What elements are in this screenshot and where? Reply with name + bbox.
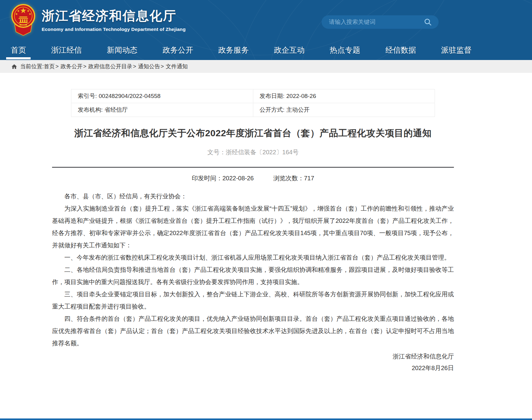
search-box <box>322 15 439 29</box>
main-nav: 首页浙江经信新闻动态政务公开政务服务政企互动热点专题经信数据派驻监督 <box>11 40 472 60</box>
document-meta-table: 索引号:002482904/2022-04558发布日期:2022-08-26发… <box>71 89 435 117</box>
breadcrumb-separator: > <box>83 63 87 69</box>
breadcrumb-prefix: 当前位置: <box>20 63 44 70</box>
meta-value: 2022-08-26 <box>286 93 316 99</box>
breadcrumb: 当前位置: 首页>政务公开>政府信息公开目录>通知公告>文件通知 <box>0 60 532 73</box>
meta-label: 索引号: <box>78 93 97 99</box>
meta-table-row: 索引号:002482904/2022-04558发布日期:2022-08-26 <box>71 89 435 103</box>
document-title: 浙江省经济和信息化厅关于公布2022年度浙江省首台（套）产品工程化攻关项目的通知 <box>52 127 454 140</box>
meta-value: 省经信厅 <box>104 107 128 113</box>
meta-label: 发布日期: <box>260 93 285 99</box>
body-paragraph: 各市、县（市、区）经信局，有关行业协会： <box>52 190 454 202</box>
publish-info-row: 印发时间：2022-08-26 浏览次数：717 <box>52 174 454 182</box>
body-paragraph: 三、项目牵头企业要锚定项目目标，加大创新投入，整合产业链上下游企业、高校、科研院… <box>52 288 454 313</box>
nav-item-浙江经信[interactable]: 浙江经信 <box>51 40 82 60</box>
search-input[interactable] <box>329 19 423 25</box>
article: 索引号:002482904/2022-04558发布日期:2022-08-26发… <box>52 89 454 374</box>
search-icon <box>424 18 432 26</box>
breadcrumb-item[interactable]: 政务公开 <box>61 63 83 69</box>
meta-cell: 索引号:002482904/2022-04558 <box>71 89 253 103</box>
national-emblem-logo <box>11 3 36 37</box>
nav-item-政企互动[interactable]: 政企互动 <box>274 40 304 60</box>
signature-org: 浙江省经济和信息化厅 <box>52 351 454 362</box>
site-header: 浙江省经济和信息化厅 Economy and Information Techn… <box>0 0 532 60</box>
breadcrumb-item[interactable]: 首页 <box>44 63 55 69</box>
meta-label: 发布机构: <box>78 107 103 113</box>
nav-item-政务服务[interactable]: 政务服务 <box>218 40 249 60</box>
breadcrumb-separator: > <box>161 63 164 69</box>
site-subtitle: Economy and Information Technology Depar… <box>42 27 186 32</box>
signature-block: 浙江省经济和信息化厅 2022年8月26日 <box>52 351 454 374</box>
meta-value: 主动公开 <box>286 107 310 113</box>
header-top: 浙江省经济和信息化厅 Economy and Information Techn… <box>0 0 532 39</box>
nav-item-经信数据[interactable]: 经信数据 <box>385 40 416 60</box>
document-number-label: 文号： <box>207 149 226 156</box>
document-number-value: 浙经信装备〔2022〕164号 <box>226 149 299 156</box>
body-paragraph: 一、今年发布的浙江省数控机床工程化攻关项目计划、浙江省机器人应用场景工程化攻关项… <box>52 251 454 264</box>
site-title: 浙江省经济和信息化厅 <box>42 7 186 24</box>
site-identity: 浙江省经济和信息化厅 Economy and Information Techn… <box>42 7 186 32</box>
meta-value: 002482904/2022-04558 <box>99 93 160 99</box>
view-count: 浏览次数：717 <box>273 174 314 182</box>
breadcrumb-trail: 首页>政务公开>政府信息公开目录>通知公告>文件通知 <box>44 63 188 70</box>
breadcrumb-separator: > <box>55 63 59 69</box>
breadcrumb-item[interactable]: 文件通知 <box>166 63 188 69</box>
nav-item-首页[interactable]: 首页 <box>11 40 26 60</box>
nav-item-派驻监督[interactable]: 派驻监督 <box>441 40 472 60</box>
meta-label: 公开方式: <box>260 107 285 113</box>
body-paragraph: 四、符合条件的首台（套）产品工程化攻关的项目，优先纳入产业链协同创新项目目录。首… <box>52 313 454 349</box>
print-date: 印发时间：2022-08-26 <box>192 174 254 182</box>
document-body: 各市、县（市、区）经信局，有关行业协会：为深入实施制造业首台（套）提升工程，落实… <box>52 190 454 349</box>
breadcrumb-separator: > <box>133 63 136 69</box>
signature-date: 2022年8月26日 <box>52 362 454 374</box>
body-paragraph: 为深入实施制造业首台（套）提升工程，落实《浙江省高端装备制造业发展“十四五”规划… <box>52 202 454 251</box>
nav-item-热点专题[interactable]: 热点专题 <box>330 40 360 60</box>
breadcrumb-item[interactable]: 通知公告 <box>138 63 160 69</box>
body-paragraph: 二、各地经信局负责指导和推进当地首台（套）产品工程化攻关项目实施，要强化组织协调… <box>52 264 454 288</box>
meta-cell: 公开方式:主动公开 <box>253 103 435 117</box>
home-icon <box>11 64 17 69</box>
search-button[interactable] <box>423 17 433 27</box>
footer-strip <box>0 418 532 420</box>
meta-cell: 发布机构:省经信厅 <box>71 103 253 117</box>
nav-item-政务公开[interactable]: 政务公开 <box>163 40 193 60</box>
breadcrumb-item[interactable]: 政府信息公开目录 <box>88 63 132 69</box>
document-number: 文号：浙经信装备〔2022〕164号 <box>52 148 454 156</box>
title-divider <box>52 167 454 168</box>
meta-table-row: 发布机构:省经信厅公开方式:主动公开 <box>71 103 435 117</box>
nav-item-新闻动态[interactable]: 新闻动态 <box>107 40 138 60</box>
meta-cell: 发布日期:2022-08-26 <box>253 89 435 103</box>
